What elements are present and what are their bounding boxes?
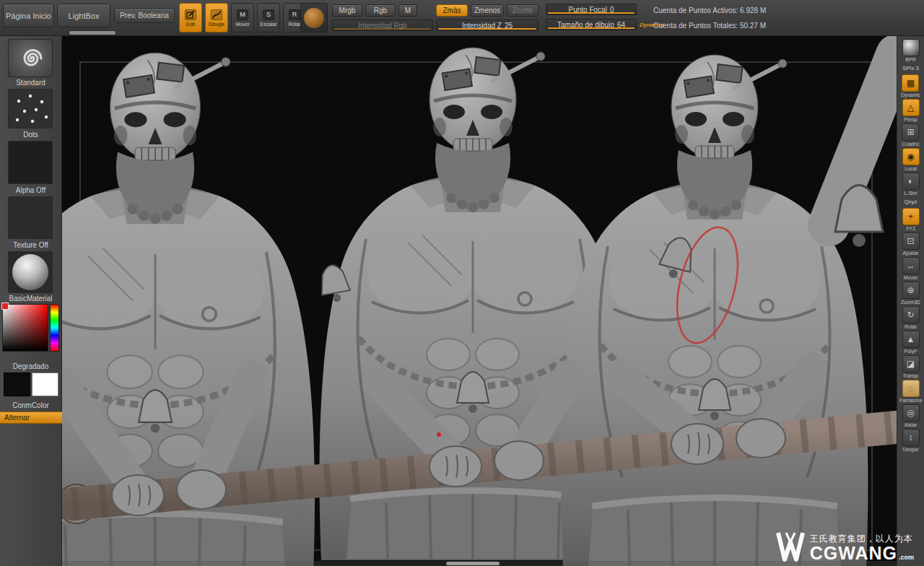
right-shelf-item-l-sim[interactable]: ◐L.Sim: [902, 173, 920, 196]
left-shelf: Standard Dots Alpha Off Texture Off Basi…: [0, 36, 62, 566]
dynamic-label: Dynamic: [901, 92, 920, 97]
material-sphere-icon: [12, 254, 48, 290]
desplz-icon: ↕: [902, 429, 920, 446]
right-shelf-item-dynamic[interactable]: ▦Dynamic: [901, 74, 920, 97]
local-icon: ◉: [902, 148, 920, 165]
transp-icon: ◪: [902, 355, 920, 373]
transp-label: Transp: [903, 373, 919, 378]
top-scrollbar-handle[interactable]: [69, 31, 116, 35]
right-shelf-item-transp[interactable]: ◪Transp: [902, 355, 920, 378]
red-annotation-dot: [437, 432, 441, 437]
right-shelf-item-persp[interactable]: △Persp: [902, 99, 920, 122]
l-sim-label: L.Sim: [905, 191, 918, 196]
right-shelf-item-fantasma[interactable]: ◌Fantasma: [899, 380, 922, 403]
sculpt-viewport[interactable]: [62, 36, 897, 566]
ajustar-icon: ⊡: [902, 232, 920, 250]
texture-thumbnail[interactable]: [8, 196, 53, 239]
current-color-swatch[interactable]: [1, 302, 9, 310]
main-color-swatch[interactable]: [4, 373, 30, 396]
fantasma-icon: ◌: [902, 380, 920, 397]
local-label: Local: [905, 166, 917, 171]
stroke-thumbnail[interactable]: [8, 89, 53, 129]
mover-gyro-button[interactable]: M Mover: [231, 3, 254, 32]
right-shelf-item-local[interactable]: ◉Local: [902, 148, 920, 171]
aislar-icon: ◎: [902, 404, 920, 422]
alternar-button[interactable]: Alternar: [0, 412, 62, 424]
material-thumbnail[interactable]: [8, 251, 53, 293]
right-shelf-item-rotar[interactable]: ↻Rotar: [902, 306, 920, 329]
right-shelf-item-spix-3[interactable]: SPix 3: [902, 64, 919, 73]
mrgb-button[interactable]: Mrgb: [332, 4, 362, 17]
mover-label: Mover: [235, 22, 249, 27]
dots-icon: [9, 90, 53, 129]
brush-preview[interactable]: [300, 3, 328, 32]
edit-button[interactable]: Edit: [179, 3, 202, 32]
document-canvas[interactable]: [62, 36, 897, 566]
m-button[interactable]: M: [398, 4, 417, 17]
xyz-icon: +: [902, 208, 920, 225]
right-shelf-item-xyz[interactable]: +XYZ: [902, 208, 920, 231]
desplz-label: Desplz: [903, 447, 918, 452]
brush-thumbnail[interactable]: [8, 39, 53, 77]
right-shelf-item-mover[interactable]: ↔Mover: [902, 257, 920, 280]
zcorte-button[interactable]: Zcorte: [507, 4, 539, 17]
puntos-activos-text: Cuenta de Puntos Activos: 6.928 M: [653, 6, 766, 14]
hue-strip[interactable]: [50, 304, 59, 352]
canvas-hscrollbar-handle[interactable]: [446, 562, 500, 565]
aislar-label: Aislar: [905, 422, 918, 427]
intensidad-rgb-slider[interactable]: Intensidad Rgb: [332, 19, 433, 31]
tamano-dibujo-slider[interactable]: Tamaño de dibujo 64: [546, 19, 637, 30]
zmas-button[interactable]: Zmás: [436, 4, 468, 17]
cuadr-c-label: Cuadríc: [902, 142, 920, 147]
fantasma-label: Fantasma: [899, 398, 922, 403]
right-shelf-item-ajustar[interactable]: ⊡Ajustar: [902, 232, 920, 256]
spix-3-label: SPix 3: [902, 64, 919, 73]
zmenos-button[interactable]: Zmenos: [471, 4, 504, 17]
xyz-label: XYZ: [906, 226, 916, 231]
pagina-inicio-button[interactable]: Página Inicio: [3, 4, 54, 27]
right-shelf: BPRSPix 3▦Dynamic△Persp⊞Cuadríc◉Local◐L.…: [897, 36, 924, 566]
stroke-label: Dots: [0, 131, 61, 139]
watermark-brand: CGWANG: [810, 544, 897, 562]
rotar-label: Rotar: [288, 22, 300, 27]
switch-color-label: ConmColor: [0, 401, 61, 409]
lightbox-label: LightBox: [69, 12, 100, 20]
secondary-color-swatch[interactable]: [32, 373, 58, 396]
zoom3d-label: Zoom3D: [901, 300, 920, 305]
ajustar-label: Ajustar: [903, 251, 919, 256]
right-shelf-item-aislar[interactable]: ◎Aislar: [902, 404, 920, 427]
right-shelf-item-bpr[interactable]: BPR: [902, 39, 920, 62]
alpha-thumbnail[interactable]: [8, 141, 53, 184]
cgwang-logo-icon: [776, 531, 805, 562]
zoom3d-icon: ⊕: [902, 282, 920, 299]
qxyz-label: Qxyz: [904, 197, 917, 206]
dibujar-label: Dibujar: [209, 22, 225, 27]
top-toolbar: Página Inicio LightBox Prev. Booleana Ed…: [0, 0, 924, 36]
color-picker[interactable]: [2, 304, 59, 352]
intensidad-z-slider[interactable]: Intensidad Z 25: [436, 19, 539, 31]
lightbox-button[interactable]: LightBox: [57, 4, 110, 27]
polyf-icon: ▲: [902, 331, 920, 348]
rgb-button[interactable]: Rgb: [365, 4, 396, 17]
punto-focal-slider[interactable]: Punto Focal 0: [546, 4, 637, 15]
dibujar-button[interactable]: Dibujar: [205, 3, 228, 32]
canvas-hscrollbar[interactable]: [62, 561, 897, 566]
edit-label: Edit: [186, 22, 195, 27]
escalar-gyro-button[interactable]: S Escalar: [257, 3, 280, 32]
right-shelf-item-zoom3d[interactable]: ⊕Zoom3D: [901, 282, 920, 305]
gradient-label: Degradado: [0, 362, 61, 370]
move-icon: M: [237, 9, 248, 20]
right-shelf-item-qxyz[interactable]: Qxyz: [904, 197, 917, 206]
mover-icon: ↔: [902, 257, 920, 274]
saturation-gradient[interactable]: [2, 304, 48, 352]
texture-label: Texture Off: [0, 241, 61, 249]
puntos-totales-text: Cuenta de Puntos Totales: 50.27 M: [653, 22, 766, 30]
right-shelf-item-desplz[interactable]: ↕Desplz: [902, 429, 920, 452]
scale-icon: S: [263, 9, 274, 20]
right-shelf-item-polyf[interactable]: ▲PolyF: [902, 331, 920, 354]
right-shelf-item-cuadr-c[interactable]: ⊞Cuadríc: [902, 123, 920, 147]
persp-label: Persp: [904, 117, 917, 122]
prev-booleana-button[interactable]: Prev. Booleana: [114, 8, 175, 23]
watermark: 王氏教育集团，以人为本 CGWANG .com: [776, 531, 914, 562]
l-sim-icon: ◐: [902, 173, 920, 190]
